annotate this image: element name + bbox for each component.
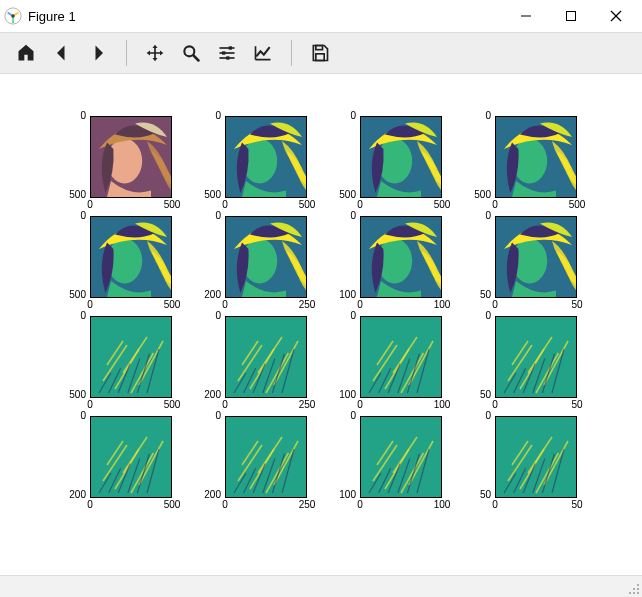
ytick-label: 50 [455, 290, 491, 300]
xtick-label: 250 [293, 500, 321, 510]
plot-image [90, 216, 172, 298]
ytick-label: 0 [320, 111, 356, 121]
plot-image [360, 416, 442, 498]
arrow-left-icon [52, 43, 72, 63]
subplot: 02000250 [185, 308, 327, 418]
plot-image [225, 216, 307, 298]
plot-image [90, 416, 172, 498]
ytick-label: 50 [455, 390, 491, 400]
svg-rect-3 [566, 12, 575, 21]
pan-button[interactable] [139, 37, 171, 69]
xtick-label: 0 [80, 500, 100, 510]
plot-image [90, 316, 172, 398]
ytick-label: 500 [455, 190, 491, 200]
toolbar [0, 32, 642, 74]
svg-point-129 [629, 592, 631, 594]
svg-point-1 [11, 14, 15, 18]
ytick-label: 0 [50, 111, 86, 121]
ytick-label: 0 [320, 211, 356, 221]
subplot: 05000500 [455, 108, 597, 218]
svg-point-131 [637, 592, 639, 594]
svg-point-127 [633, 588, 635, 590]
plot-image [495, 116, 577, 198]
svg-point-128 [637, 588, 639, 590]
figure-canvas[interactable]: 0500050005000500050005000500050005000500… [0, 74, 642, 574]
plot-image [225, 416, 307, 498]
subplot: 050050 [455, 308, 597, 418]
zoom-button[interactable] [175, 37, 207, 69]
subplot: 05000500 [50, 108, 192, 218]
subplot: 050050 [455, 408, 597, 518]
ytick-label: 500 [50, 190, 86, 200]
forward-button[interactable] [82, 37, 114, 69]
ytick-label: 100 [320, 290, 356, 300]
ytick-label: 0 [455, 111, 491, 121]
plot-image [360, 216, 442, 298]
ytick-label: 500 [50, 290, 86, 300]
close-button[interactable] [593, 1, 638, 31]
titlebar: Figure 1 [0, 0, 642, 32]
subplot: 02000250 [185, 408, 327, 518]
move-icon [145, 43, 165, 63]
ytick-label: 200 [185, 490, 221, 500]
subplot: 01000100 [320, 308, 462, 418]
ytick-label: 500 [50, 390, 86, 400]
xtick-label: 0 [350, 500, 370, 510]
xtick-label: 50 [563, 500, 591, 510]
ytick-label: 0 [455, 411, 491, 421]
resize-grip-icon[interactable] [626, 581, 640, 595]
plot-image [225, 316, 307, 398]
xtick-label: 0 [485, 500, 505, 510]
maximize-button[interactable] [548, 1, 593, 31]
back-button[interactable] [46, 37, 78, 69]
xtick-label: 0 [215, 500, 235, 510]
plot-image [360, 316, 442, 398]
home-button[interactable] [10, 37, 42, 69]
subplot: 01000100 [320, 208, 462, 318]
search-icon [181, 43, 201, 63]
ytick-label: 0 [320, 311, 356, 321]
subplot: 02000250 [185, 208, 327, 318]
subplot: 05000500 [50, 208, 192, 318]
ytick-label: 0 [185, 311, 221, 321]
ytick-label: 0 [320, 411, 356, 421]
toolbar-separator [126, 40, 127, 66]
ytick-label: 0 [185, 111, 221, 121]
subplot: 05000500 [50, 308, 192, 418]
save-button[interactable] [304, 37, 336, 69]
minimize-button[interactable] [503, 1, 548, 31]
plot-image [225, 116, 307, 198]
ytick-label: 200 [185, 390, 221, 400]
toolbar-separator [291, 40, 292, 66]
plot-image [90, 116, 172, 198]
plot-image [360, 116, 442, 198]
window-title: Figure 1 [28, 9, 76, 24]
home-icon [16, 43, 36, 63]
ytick-label: 0 [455, 211, 491, 221]
svg-point-126 [637, 584, 639, 586]
ytick-label: 0 [50, 211, 86, 221]
subplot: 01000100 [320, 408, 462, 518]
save-icon [310, 43, 330, 63]
plot-image [495, 216, 577, 298]
ytick-label: 100 [320, 390, 356, 400]
subplots-button[interactable] [211, 37, 243, 69]
svg-point-130 [633, 592, 635, 594]
subplot: 05000500 [320, 108, 462, 218]
subplot: 050050 [455, 208, 597, 318]
sliders-icon [217, 43, 237, 63]
app-icon [4, 7, 22, 25]
chart-line-icon [253, 43, 273, 63]
ytick-label: 50 [455, 490, 491, 500]
ytick-label: 500 [320, 190, 356, 200]
plot-image [495, 316, 577, 398]
ytick-label: 0 [50, 311, 86, 321]
arrow-right-icon [88, 43, 108, 63]
ytick-label: 0 [185, 411, 221, 421]
ytick-label: 0 [455, 311, 491, 321]
subplot: 02000500 [50, 408, 192, 518]
axes-button[interactable] [247, 37, 279, 69]
ytick-label: 200 [50, 490, 86, 500]
ytick-label: 0 [50, 411, 86, 421]
plot-image [495, 416, 577, 498]
